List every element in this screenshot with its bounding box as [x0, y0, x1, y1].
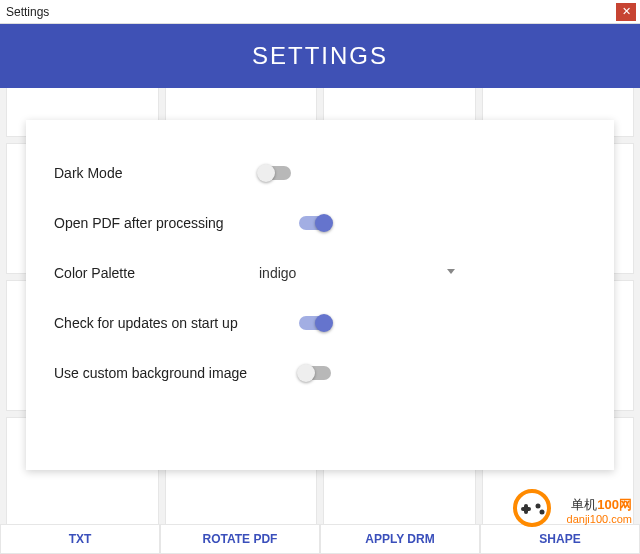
color-palette-value: indigo: [259, 265, 296, 281]
bg-button[interactable]: APPLY DRM: [320, 524, 480, 554]
row-custom-bg: Use custom background image: [54, 348, 586, 398]
window-titlebar: Settings ✕: [0, 0, 640, 24]
settings-banner: SETTINGS: [0, 24, 640, 88]
color-palette-dropdown[interactable]: indigo: [259, 257, 459, 289]
banner-title: SETTINGS: [252, 42, 388, 70]
close-button[interactable]: ✕: [616, 3, 636, 21]
bg-button[interactable]: TXT: [0, 524, 160, 554]
row-dark-mode: Dark Mode: [54, 148, 586, 198]
row-open-pdf: Open PDF after processing: [54, 198, 586, 248]
settings-card: Dark Mode Open PDF after processing Colo…: [26, 120, 614, 470]
open-pdf-label: Open PDF after processing: [54, 215, 259, 231]
row-check-updates: Check for updates on start up: [54, 298, 586, 348]
background-button-row: TXT ROTATE PDF APPLY DRM SHAPE: [0, 524, 640, 554]
window-title: Settings: [6, 5, 49, 19]
bg-button[interactable]: SHAPE: [480, 524, 640, 554]
check-updates-toggle[interactable]: [299, 316, 331, 330]
toggle-knob: [257, 164, 275, 182]
close-icon: ✕: [622, 6, 631, 17]
row-color-palette: Color Palette indigo: [54, 248, 586, 298]
toggle-knob: [315, 214, 333, 232]
custom-bg-label: Use custom background image: [54, 365, 299, 381]
chevron-down-icon: [447, 269, 455, 274]
color-palette-label: Color Palette: [54, 265, 259, 281]
custom-bg-toggle[interactable]: [299, 366, 331, 380]
check-updates-label: Check for updates on start up: [54, 315, 299, 331]
toggle-knob: [297, 364, 315, 382]
toggle-knob: [315, 314, 333, 332]
bg-button[interactable]: ROTATE PDF: [160, 524, 320, 554]
open-pdf-toggle[interactable]: [299, 216, 331, 230]
dark-mode-toggle[interactable]: [259, 166, 291, 180]
dark-mode-label: Dark Mode: [54, 165, 259, 181]
